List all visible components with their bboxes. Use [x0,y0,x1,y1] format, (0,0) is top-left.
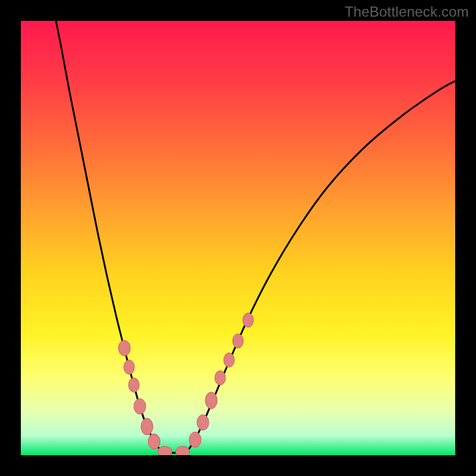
right-curve [186,80,455,453]
bead-left-5 [148,434,160,449]
left-curve [54,21,162,453]
bead-right-3 [215,371,226,385]
bead-left-1 [124,360,134,374]
watermark-text: TheBottleneck.com [345,4,469,20]
bead-right-4 [224,353,234,367]
bead-right-6 [243,313,253,327]
bead-right-2 [205,392,217,409]
curves-layer [21,21,455,455]
bead-bottom-1 [176,446,190,455]
beads-group [118,313,253,455]
bead-right-0 [189,432,201,447]
bead-right-5 [233,334,243,348]
bead-bottom-0 [158,446,172,455]
plot-area [21,21,455,455]
bead-right-1 [197,415,209,430]
bead-left-4 [141,418,153,435]
bead-left-0 [118,340,130,356]
bead-left-2 [129,378,139,392]
bead-left-3 [134,399,146,414]
outer-black-frame: TheBottleneck.com [0,0,476,476]
